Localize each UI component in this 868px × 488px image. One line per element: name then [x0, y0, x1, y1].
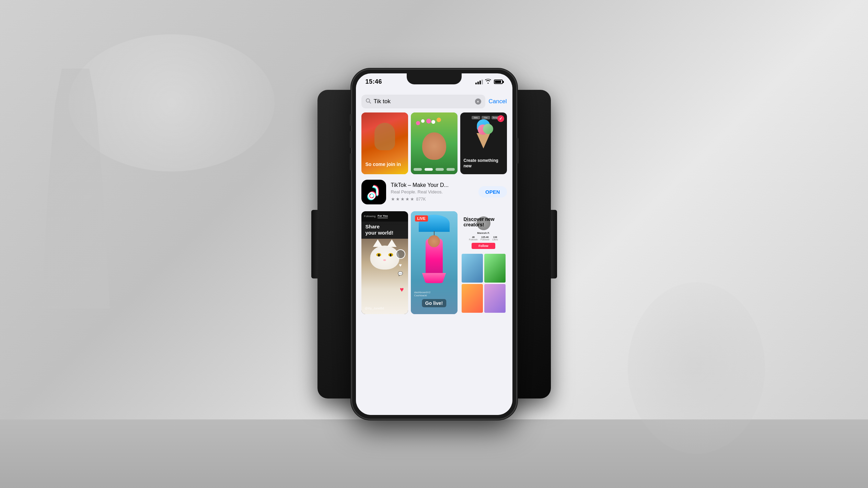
- cancel-button[interactable]: Cancel: [489, 98, 507, 105]
- mini-cell-1: [462, 254, 483, 283]
- bottom-thumb-1-text: Shareyour world!: [366, 224, 394, 236]
- app-info: TikTok – Make Your D... Real People. Rea…: [391, 182, 474, 202]
- bt-1-username: @itty_JuneBd: [365, 307, 384, 310]
- star-3: ★: [401, 197, 405, 202]
- tiktok-logo-svg: [366, 183, 381, 201]
- app-rating: ★ ★ ★ ★ ★ 877K: [391, 197, 474, 202]
- status-icons: [475, 79, 503, 85]
- mini-cell-2: [484, 254, 506, 283]
- volume-up-button: [350, 131, 352, 148]
- thumb-3-text: Create something new: [464, 158, 507, 169]
- star-5: ★: [410, 197, 414, 202]
- signal-bar-4: [482, 80, 483, 84]
- app-name: TikTok – Make Your D...: [391, 182, 474, 188]
- bottom-screenshot-strip: Following For You Shareyour world!: [356, 211, 512, 314]
- signal-bar-3: [479, 81, 481, 84]
- mini-cell-4: [484, 284, 506, 313]
- svg-point-5: [370, 194, 373, 198]
- rating-count: 877K: [416, 197, 426, 202]
- open-button[interactable]: OPEN: [478, 186, 507, 198]
- battery-fill: [495, 81, 501, 83]
- silent-switch: [350, 114, 352, 126]
- bg-blob-2: [628, 282, 765, 454]
- search-text: Tik tok: [374, 98, 472, 105]
- screenshot-thumb-1[interactable]: So come join in: [361, 112, 408, 174]
- stand-groove-left: [311, 210, 317, 278]
- star-1: ★: [391, 197, 395, 202]
- signal-bar-2: [477, 82, 479, 84]
- app-store-content[interactable]: Tik tok × Cancel So come join in: [356, 91, 512, 415]
- go-live-text: Go live!: [422, 299, 446, 307]
- stand-groove-right: [551, 210, 557, 278]
- phone-screen: 15:46: [356, 73, 512, 415]
- star-rating: ★ ★ ★ ★ ★: [391, 197, 414, 202]
- battery-icon: [494, 80, 503, 84]
- search-icon: [366, 98, 371, 105]
- search-area: Tik tok × Cancel: [356, 91, 512, 112]
- signal-bar-1: [475, 83, 477, 84]
- bottom-thumb-3[interactable]: Jason Ngp. Maresh F. 46Followin 135.4KFo: [460, 211, 507, 314]
- power-button: [517, 138, 519, 164]
- screenshot-thumb-3[interactable]: Stils Fite Templates ✓ Create something …: [460, 112, 507, 174]
- volume-down-button: [350, 153, 352, 170]
- live-badge: LIVE: [415, 215, 428, 222]
- clear-icon: ×: [477, 99, 479, 104]
- discover-text: Discover new creators!: [464, 216, 504, 228]
- svg-line-1: [369, 102, 371, 103]
- tiktok-app-icon[interactable]: [361, 180, 386, 204]
- star-4: ★: [405, 197, 409, 202]
- app-listing: TikTok – Make Your D... Real People. Rea…: [356, 180, 512, 211]
- mini-cell-3: [462, 284, 483, 313]
- status-time: 15:46: [366, 78, 382, 85]
- phone-notch: [407, 73, 462, 84]
- top-screenshot-strip: So come join in: [356, 112, 512, 180]
- creator-mini-grid: [460, 252, 507, 314]
- thumb-1-text: So come join in: [366, 162, 401, 167]
- search-clear-button[interactable]: ×: [475, 98, 481, 105]
- app-description: Real People. Real Videos.: [391, 189, 474, 194]
- signal-icon: [475, 80, 483, 84]
- thumb-2-face: [422, 132, 446, 160]
- search-bar[interactable]: Tik tok ×: [361, 95, 485, 108]
- phone-holder: 15:46: [352, 69, 517, 419]
- screenshot-thumb-2[interactable]: [411, 112, 458, 174]
- star-2: ★: [396, 197, 400, 202]
- bottom-thumb-1[interactable]: Following For You Shareyour world!: [361, 211, 408, 314]
- bottom-thumb-2[interactable]: LIVE dashboardV2 Cashbackl Go live!: [411, 211, 458, 314]
- iphone-frame: 15:46: [352, 69, 517, 419]
- wifi-icon: [485, 79, 491, 85]
